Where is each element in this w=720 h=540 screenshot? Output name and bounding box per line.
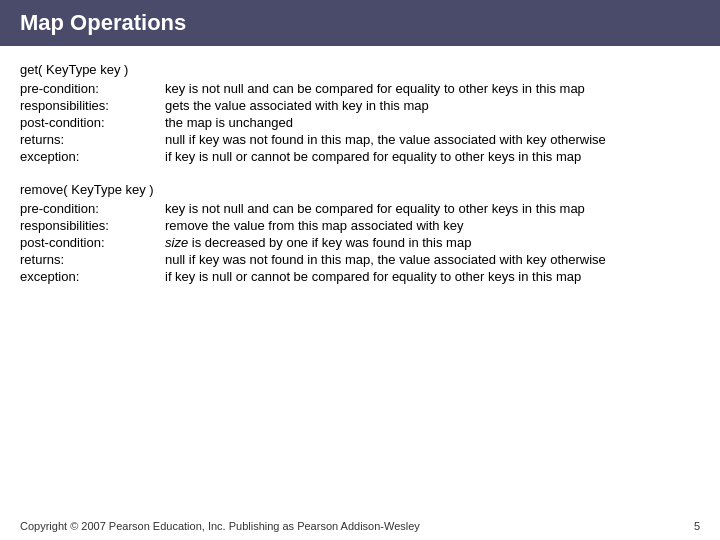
- get-value-2: the map is unchanged: [165, 115, 700, 130]
- main-content: get( KeyType key ) pre-condition:key is …: [0, 46, 720, 312]
- get-label-4: exception:: [20, 149, 165, 164]
- get-method-sig: get( KeyType key ): [20, 62, 700, 77]
- get-label-0: pre-condition:: [20, 81, 165, 96]
- remove-method-sig: remove( KeyType key ): [20, 182, 700, 197]
- page-number: 5: [694, 520, 700, 532]
- footer: Copyright © 2007 Pearson Education, Inc.…: [20, 520, 700, 532]
- remove-label-1: responsibilities:: [20, 218, 165, 233]
- remove-grid: pre-condition:key is not null and can be…: [20, 201, 700, 284]
- get-label-2: post-condition:: [20, 115, 165, 130]
- remove-label-0: pre-condition:: [20, 201, 165, 216]
- section-remove: remove( KeyType key ) pre-condition:key …: [20, 182, 700, 284]
- get-grid: pre-condition:key is not null and can be…: [20, 81, 700, 164]
- get-label-3: returns:: [20, 132, 165, 147]
- get-label-1: responsibilities:: [20, 98, 165, 113]
- remove-value-0: key is not null and can be compared for …: [165, 201, 700, 216]
- header: Map Operations: [0, 0, 720, 46]
- page-title: Map Operations: [20, 10, 186, 35]
- remove-label-3: returns:: [20, 252, 165, 267]
- copyright-text: Copyright © 2007 Pearson Education, Inc.…: [20, 520, 420, 532]
- get-value-1: gets the value associated with key in th…: [165, 98, 700, 113]
- remove-label-2: post-condition:: [20, 235, 165, 250]
- section-get: get( KeyType key ) pre-condition:key is …: [20, 62, 700, 164]
- get-value-3: null if key was not found in this map, t…: [165, 132, 700, 147]
- remove-value-3: null if key was not found in this map, t…: [165, 252, 700, 267]
- remove-value-2: size is decreased by one if key was foun…: [165, 235, 700, 250]
- remove-value-1: remove the value from this map associate…: [165, 218, 700, 233]
- remove-label-4: exception:: [20, 269, 165, 284]
- remove-value-4: if key is null or cannot be compared for…: [165, 269, 700, 284]
- get-value-4: if key is null or cannot be compared for…: [165, 149, 700, 164]
- get-value-0: key is not null and can be compared for …: [165, 81, 700, 96]
